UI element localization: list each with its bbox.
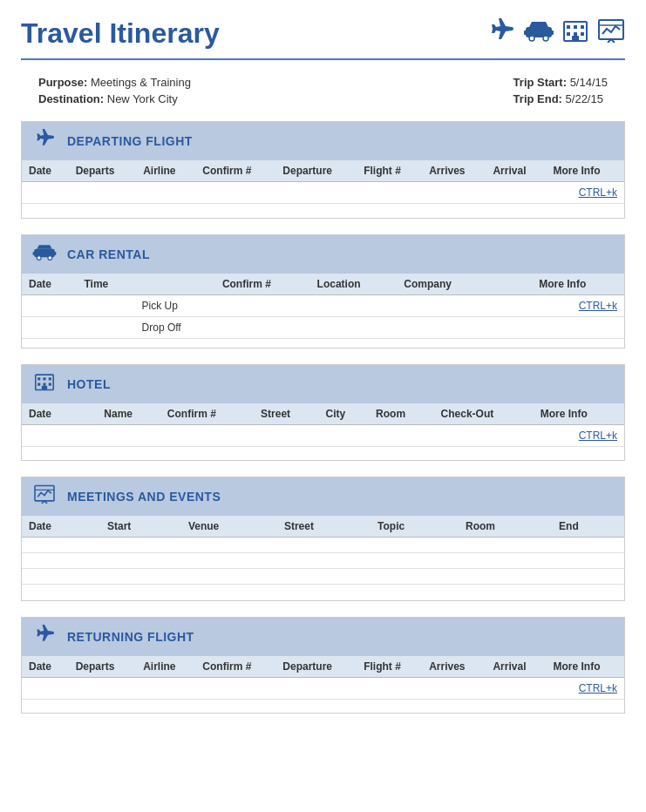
col-arrival: Arrival — [486, 160, 546, 182]
purpose-row: Purpose: Meetings & Training — [38, 76, 191, 89]
trip-end-label: Trip End: — [513, 92, 562, 105]
trip-end-row: Trip End: 5/22/15 — [513, 92, 608, 105]
col-confirm: Confirm # — [160, 403, 254, 425]
table-row — [22, 204, 624, 218]
svg-rect-0 — [526, 27, 552, 37]
col-end: End — [552, 516, 624, 538]
svg-rect-11 — [581, 32, 584, 36]
meetings-table: Date Start Venue Street Topic Room End — [22, 516, 624, 600]
departing-flight-header: DEPARTING FLIGHT — [22, 122, 624, 160]
departing-flight-table: Date Departs Airline Confirm # Departure… — [22, 160, 624, 218]
car-rental-header: CAR RENTAL — [22, 235, 624, 274]
page-header: Travel Itinerary — [21, 17, 625, 60]
col-more-info: More Info — [532, 274, 624, 295]
purpose-label: Purpose: — [38, 76, 87, 89]
col-airline: Airline — [136, 656, 195, 678]
departing-columns-row: Date Departs Airline Confirm # Departure… — [22, 160, 624, 182]
returning-flight-header: RETURNING FLIGHT — [22, 618, 624, 656]
departing-flight-section: DEPARTING FLIGHT Date Departs Airline Co… — [21, 121, 625, 219]
col-date: Date — [22, 274, 77, 295]
svg-rect-7 — [574, 25, 577, 29]
col-street: Street — [277, 516, 371, 538]
col-more-info: More Info — [546, 160, 624, 182]
hotel-title: HOTEL — [67, 377, 111, 391]
col-departure: Departure — [275, 656, 357, 678]
returning-ctrl-link[interactable]: CTRL+k — [579, 682, 617, 694]
trip-start-value: 5/14/15 — [570, 76, 608, 89]
svg-rect-17 — [34, 248, 55, 256]
svg-point-2 — [543, 36, 548, 41]
car-rental-table: Date Time Confirm # Location Company Mor… — [22, 274, 624, 348]
car-rental-icon — [32, 242, 57, 267]
departing-flight-title: DEPARTING FLIGHT — [67, 134, 193, 148]
col-checkout: Check-Out — [434, 403, 534, 425]
col-flight: Flight # — [357, 656, 422, 678]
col-more-info: More Info — [534, 403, 624, 425]
pickup-label: Pick Up — [135, 294, 215, 316]
table-row: Pick Up CTRL+k — [22, 294, 624, 316]
returning-columns-row: Date Departs Airline Confirm # Departure… — [22, 656, 624, 678]
table-row: CTRL+k — [22, 677, 624, 699]
page-title: Travel Itinerary — [21, 17, 220, 50]
svg-rect-21 — [53, 252, 56, 255]
hotel-header: HOTEL — [22, 365, 624, 403]
col-empty3 — [511, 274, 532, 295]
trip-info-right: Trip Start: 5/14/15 Trip End: 5/22/15 — [513, 76, 608, 105]
col-room: Room — [459, 516, 552, 538]
col-more-info: More Info — [546, 656, 624, 678]
header-icons — [487, 18, 625, 49]
meetings-icon — [597, 18, 625, 49]
destination-value: New York City — [107, 92, 178, 105]
table-row — [22, 553, 624, 569]
svg-rect-8 — [581, 25, 584, 29]
departing-ctrl-link[interactable]: CTRL+k — [579, 186, 617, 199]
svg-rect-6 — [567, 25, 570, 29]
svg-point-19 — [48, 255, 52, 260]
svg-rect-25 — [49, 377, 51, 380]
car-rental-section: CAR RENTAL Date Time Confirm # Location … — [21, 234, 625, 348]
col-room: Room — [369, 403, 433, 425]
trip-start-row: Trip Start: 5/14/15 — [513, 76, 608, 89]
table-row — [22, 446, 624, 460]
col-arrival: Arrival — [486, 656, 546, 678]
hotel-section-icon — [32, 372, 57, 396]
col-airline: Airline — [136, 160, 195, 182]
meetings-title: MEETINGS AND EVENTS — [67, 490, 221, 504]
svg-rect-26 — [37, 382, 40, 385]
col-confirm: Confirm # — [195, 160, 275, 182]
trip-start-label: Trip Start: — [513, 76, 567, 89]
purpose-value: Meetings & Training — [91, 76, 191, 89]
svg-rect-28 — [49, 382, 51, 385]
svg-rect-3 — [524, 30, 527, 35]
col-flight: Flight # — [357, 160, 422, 182]
meetings-header: MEETINGS AND EVENTS — [22, 477, 624, 516]
col-departs: Departs — [69, 656, 137, 678]
hotel-ctrl-link[interactable]: CTRL+k — [579, 430, 617, 442]
col-empty — [77, 403, 98, 425]
car-rental-columns-row: Date Time Confirm # Location Company Mor… — [22, 274, 624, 295]
table-row: CTRL+k — [22, 424, 624, 446]
hotel-section: HOTEL Date Name Confirm # Street City Ro… — [21, 364, 625, 462]
table-row — [22, 338, 624, 348]
svg-rect-10 — [574, 32, 577, 36]
returning-airplane-icon — [32, 625, 57, 649]
col-departs: Departs — [69, 160, 137, 182]
svg-rect-23 — [37, 377, 40, 380]
trip-info-left: Purpose: Meetings & Training Destination… — [38, 76, 191, 105]
returning-flight-section: RETURNING FLIGHT Date Departs Airline Co… — [21, 617, 625, 714]
car-rental-ctrl-link[interactable]: CTRL+k — [579, 300, 617, 312]
meetings-columns-row: Date Start Venue Street Topic Room End — [22, 516, 624, 538]
col-name: Name — [97, 403, 160, 425]
hotel-table: Date Name Confirm # Street City Room Che… — [22, 403, 624, 461]
svg-rect-9 — [567, 32, 570, 36]
car-rental-title: CAR RENTAL — [67, 247, 150, 261]
destination-row: Destination: New York City — [38, 92, 191, 105]
col-time: Time — [77, 274, 134, 295]
table-row — [22, 538, 624, 553]
table-row — [22, 569, 624, 585]
svg-rect-27 — [43, 382, 45, 385]
col-location: Location — [310, 274, 398, 295]
col-confirm: Confirm # — [195, 656, 275, 678]
returning-flight-table: Date Departs Airline Confirm # Departure… — [22, 656, 624, 714]
hotel-columns-row: Date Name Confirm # Street City Room Che… — [22, 403, 624, 425]
